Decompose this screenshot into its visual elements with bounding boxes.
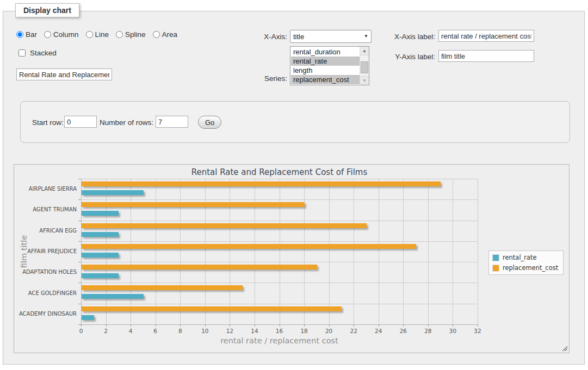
series-option-length[interactable]: length [291, 66, 360, 75]
gridline-vertical [205, 179, 206, 324]
x-tick-label: 22 [345, 328, 362, 334]
gridline-vertical [354, 179, 354, 324]
chart-type-option-spline[interactable]: Spline [116, 30, 146, 39]
x-axis-tick [280, 324, 280, 327]
bar-rental_rate [82, 232, 119, 237]
gridline-vertical [156, 179, 156, 324]
start-row-input[interactable] [64, 116, 97, 128]
gridline-vertical [379, 179, 379, 324]
chart-type-text: Spline [125, 30, 146, 39]
x-axis-tick [354, 324, 354, 327]
gridline-vertical [81, 179, 82, 324]
series-options: rental_durationrental_ratelengthreplacem… [291, 47, 360, 84]
gridline-horizontal [81, 283, 478, 283]
x-tick-label: 4 [122, 328, 139, 334]
chart-type-option-column[interactable]: Column [44, 30, 79, 39]
series-listbox[interactable]: rental_durationrental_ratelengthreplacem… [290, 46, 369, 85]
chart-type-text: Line [95, 30, 109, 39]
stacked-checkbox[interactable] [18, 49, 26, 57]
legend-swatch-icon [492, 265, 499, 272]
category-label: AGENT TRUMAN [16, 206, 77, 212]
scroll-down-icon[interactable]: ▼ [360, 76, 369, 85]
category-label: AFRICAN EGG [16, 228, 77, 234]
gridline-horizontal [81, 304, 478, 304]
chart-legend: rental_ratereplacement_cost [488, 250, 564, 275]
y-axis-label-input[interactable] [438, 50, 534, 62]
chart-type-option-area[interactable]: Area [153, 30, 178, 39]
bar-replacement_cost [82, 244, 416, 249]
y-axis-tick [78, 241, 81, 242]
chart-type-radio-column[interactable] [44, 31, 51, 38]
gridline-horizontal [81, 199, 478, 200]
num-rows-label: Number of rows: [100, 118, 153, 127]
x-axis-tick [81, 324, 82, 327]
category-label: ACADEMY DINOSAUR [16, 311, 77, 317]
num-rows-input[interactable] [156, 116, 188, 128]
x-tick-label: 26 [395, 328, 411, 334]
chart-type-radio-line[interactable] [86, 31, 93, 38]
x-tick-label: 10 [197, 328, 213, 334]
x-axis-tick [131, 324, 131, 327]
x-axis-tick [205, 324, 206, 327]
bar-replacement_cost [82, 306, 342, 311]
chart-type-radio-spline[interactable] [116, 31, 123, 38]
x-axis-tick [379, 324, 379, 327]
start-row-label: Start row: [32, 118, 64, 127]
category-label: ADAPTATION HOLES [16, 269, 77, 275]
series-option-rental_rate[interactable]: rental_rate [291, 57, 360, 66]
scroll-up-icon[interactable]: ▲ [360, 47, 369, 55]
x-tick-label: 28 [420, 328, 436, 334]
y-axis-tick [78, 221, 81, 221]
chart-type-text: Area [162, 30, 178, 39]
fieldset-legend: Display chart [15, 3, 79, 17]
chart-type-option-bar[interactable]: Bar [16, 30, 37, 39]
series-option-rental_duration[interactable]: rental_duration [291, 47, 360, 57]
x-tick-label: 2 [98, 328, 114, 334]
bar-rental_rate [82, 273, 119, 278]
bar-replacement_cost [82, 285, 243, 290]
chart-type-text: Bar [26, 30, 37, 39]
gridline-horizontal [81, 262, 478, 262]
stacked-row: Stacked [16, 48, 57, 58]
x-axis-tick [255, 324, 255, 327]
x-axis-select[interactable]: title [290, 30, 372, 43]
x-axis-label-input[interactable] [438, 30, 534, 42]
x-axis-title: rental rate / replacement cost [81, 336, 478, 345]
series-scrollbar[interactable]: ▲ ▼ [360, 47, 369, 85]
y-axis-tick [78, 179, 81, 179]
chart-type-radio-bar[interactable] [16, 31, 23, 38]
series-option-replacement_cost[interactable]: replacement_cost [291, 75, 360, 84]
y-axis-tick [78, 199, 81, 200]
x-tick-label: 14 [246, 328, 263, 334]
legend-item-rental_rate: rental_rate [492, 254, 558, 261]
chart-type-radio-area[interactable] [153, 31, 160, 38]
legend-swatch-icon [492, 254, 499, 261]
gridline-vertical [131, 179, 131, 324]
y-axis-tick [78, 304, 81, 304]
resize-handle-icon[interactable] [561, 345, 567, 351]
series-select-label: Series: [234, 74, 287, 83]
gridline-vertical [403, 179, 404, 324]
x-tick-label: 0 [73, 328, 89, 334]
row-range-panel: Start row: Number of rows: Go [20, 101, 570, 143]
x-tick-label: 12 [221, 328, 238, 334]
chart-title-input[interactable] [16, 68, 112, 80]
bar-rental_rate [82, 211, 119, 216]
chart-type-option-line[interactable]: Line [86, 30, 109, 39]
gridline-vertical [106, 179, 107, 324]
x-axis-tick [180, 324, 181, 327]
bar-rental_rate [82, 253, 119, 258]
go-button[interactable]: Go [198, 116, 221, 129]
category-label: ACE GOLDFINGER [16, 290, 77, 296]
x-axis-select-label: X-Axis: [234, 33, 287, 41]
x-tick-label: 16 [271, 328, 288, 334]
legend-label: replacement_cost [503, 264, 558, 272]
x-axis-tick [230, 324, 230, 327]
bar-replacement_cost [82, 265, 317, 269]
stacked-label[interactable]: Stacked [30, 49, 57, 57]
gridline-horizontal [81, 179, 478, 179]
scrollbar-thumb[interactable] [361, 61, 368, 73]
x-axis-tick [453, 324, 453, 327]
x-axis-tick [428, 324, 429, 327]
chart-type-text: Column [53, 30, 79, 39]
